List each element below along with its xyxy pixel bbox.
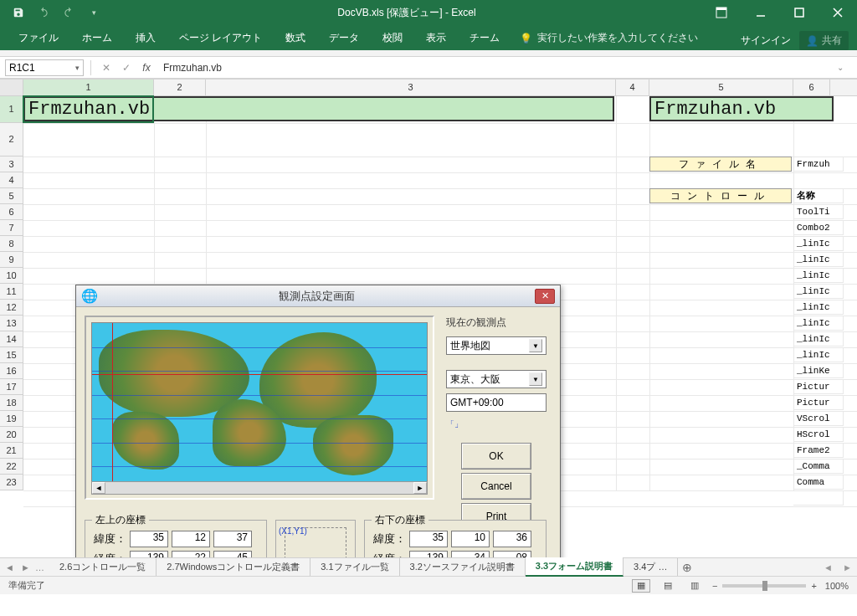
title-cell-1[interactable]: Frmzuhan.vb [23, 96, 614, 121]
undo-icon[interactable] [32, 3, 55, 23]
spreadsheet-grid[interactable]: 1 2 3 4 5 6 1 2 3 4 5 6 7 8 9 10 11 12 1… [0, 79, 857, 557]
ok-button[interactable]: OK [462, 444, 531, 469]
row-header[interactable]: 16 [0, 363, 23, 379]
redo-icon[interactable] [57, 3, 80, 23]
cell[interactable]: _linIc [793, 284, 844, 299]
col-header[interactable]: 2 [154, 80, 206, 95]
sheet-tab[interactable]: 3.1ファイル一覧 [310, 558, 399, 576]
col-header[interactable]: 6 [793, 80, 830, 95]
close-button[interactable] [819, 0, 857, 25]
sheet-nav-next-icon[interactable]: ► [21, 562, 30, 572]
qat-dropdown-icon[interactable]: ▾ [82, 3, 105, 23]
cell[interactable]: Combo2 [793, 220, 844, 235]
cancel-formula-icon[interactable]: ✕ [98, 62, 115, 74]
row-header[interactable]: 2 [0, 123, 23, 157]
tl-lat-deg[interactable]: 35 [130, 531, 168, 547]
name-box[interactable]: R1C1 ▾ [5, 59, 84, 76]
cell[interactable]: _linIc [793, 300, 844, 315]
cell[interactable]: Frame2 [793, 443, 844, 458]
control-label-cell[interactable]: コントロール [649, 188, 792, 203]
cell[interactable]: _linIc [793, 236, 844, 251]
minimize-button[interactable] [742, 0, 780, 25]
row-header[interactable]: 4 [0, 172, 23, 188]
cell[interactable] [793, 490, 844, 506]
add-sheet-button[interactable]: ⊕ [678, 561, 696, 574]
tab-view[interactable]: 表示 [414, 26, 458, 50]
city-combo[interactable]: 東京、大阪 ▼ [446, 370, 547, 388]
col-header[interactable]: 5 [649, 80, 793, 95]
row-header[interactable]: 3 [0, 157, 23, 172]
sign-in-link[interactable]: サインイン [741, 33, 791, 48]
cell[interactable]: ToolTi [793, 204, 844, 219]
row-header[interactable]: 21 [0, 443, 23, 459]
tab-team[interactable]: チーム [458, 26, 511, 50]
cell[interactable]: HScrol [793, 427, 844, 442]
row-header[interactable]: 1 [0, 96, 23, 123]
row-header[interactable]: 8 [0, 236, 23, 252]
cell[interactable]: _linIc [793, 347, 844, 362]
zoom-in-icon[interactable]: + [811, 581, 816, 591]
tl-lon-min[interactable]: 22 [172, 551, 210, 557]
select-all-corner[interactable] [0, 80, 23, 95]
row-header[interactable]: 11 [0, 284, 23, 300]
sheet-nav-prev-icon[interactable]: ◄ [5, 562, 14, 572]
formula-input[interactable]: Frmzuhan.vb [158, 62, 834, 74]
tl-lat-sec[interactable]: 37 [213, 531, 252, 547]
cell[interactable]: _Comma [793, 459, 844, 474]
cell[interactable]: _linIc [793, 252, 844, 267]
zoom-control[interactable]: − + [712, 581, 817, 591]
row-header[interactable]: 7 [0, 220, 23, 236]
scroll-right-icon[interactable]: ► [413, 482, 427, 494]
expand-formula-icon[interactable]: ⌄ [837, 63, 852, 72]
tab-insert[interactable]: 挿入 [124, 26, 167, 50]
row-header[interactable]: 23 [0, 475, 23, 490]
tab-formulas[interactable]: 数式 [274, 26, 317, 50]
normal-view-icon[interactable]: ▦ [632, 579, 650, 593]
tl-lon-deg[interactable]: 139 [130, 551, 168, 557]
insert-function-icon[interactable]: fx [138, 62, 155, 74]
cell[interactable]: Pictur [793, 395, 844, 410]
maximize-button[interactable] [780, 0, 819, 25]
row-header[interactable]: 10 [0, 268, 23, 284]
tab-home[interactable]: ホーム [70, 26, 124, 50]
title-cell-2[interactable]: Frmzuhan.vb [649, 96, 834, 121]
tell-me-search[interactable]: 💡 実行したい作業を入力してください [511, 26, 741, 50]
sheet-tab[interactable]: 3.2ソースファイル説明書 [400, 558, 526, 576]
dialog-close-button[interactable]: ✕ [535, 289, 555, 304]
cell[interactable]: Comma [793, 475, 844, 490]
col-header[interactable]: 1 [23, 80, 154, 95]
file-label-cell[interactable]: ファイル名 [649, 157, 792, 172]
br-lat-sec[interactable]: 36 [493, 531, 531, 547]
row-header[interactable]: 12 [0, 300, 23, 316]
hscroll-left-icon[interactable]: ◄ [824, 562, 833, 572]
page-break-view-icon[interactable]: ▥ [685, 579, 704, 593]
cell[interactable]: Frmzuh [793, 157, 844, 172]
row-header[interactable]: 9 [0, 252, 23, 268]
br-lat-deg[interactable]: 35 [409, 531, 448, 547]
tl-lon-sec[interactable]: 45 [213, 551, 252, 557]
sheet-tab-active[interactable]: 3.3フォーム説明書 [526, 557, 624, 577]
sheet-overflow-left[interactable]: … [30, 562, 49, 572]
zoom-out-icon[interactable]: − [712, 581, 717, 591]
save-icon[interactable] [7, 3, 30, 23]
row-header[interactable]: 19 [0, 411, 23, 427]
map-hscroll[interactable]: ◄ ► [91, 481, 428, 495]
row-header[interactable]: 14 [0, 331, 23, 347]
scroll-left-icon[interactable]: ◄ [92, 482, 105, 494]
row-header[interactable]: 20 [0, 427, 23, 443]
row-header[interactable]: 6 [0, 204, 23, 220]
hscroll-right-icon[interactable]: ► [843, 562, 852, 572]
row-header[interactable]: 15 [0, 347, 23, 363]
tl-lat-min[interactable]: 12 [172, 531, 210, 547]
tab-page-layout[interactable]: ページ レイアウト [167, 26, 274, 50]
share-button[interactable]: 👤 共有 [799, 31, 849, 50]
row-header[interactable]: 17 [0, 379, 23, 395]
enter-formula-icon[interactable]: ✓ [118, 62, 135, 74]
tab-data[interactable]: データ [317, 26, 371, 50]
dialog-titlebar[interactable]: 🌐 観測点設定画面 ✕ [76, 285, 560, 307]
sheet-tab[interactable]: 3.4プ … [624, 558, 678, 576]
br-lon-min[interactable]: 34 [451, 551, 490, 557]
tab-file[interactable]: ファイル [7, 26, 70, 50]
map-type-combo[interactable]: 世界地図 ▼ [446, 336, 547, 355]
cell[interactable]: Pictur [793, 379, 844, 394]
